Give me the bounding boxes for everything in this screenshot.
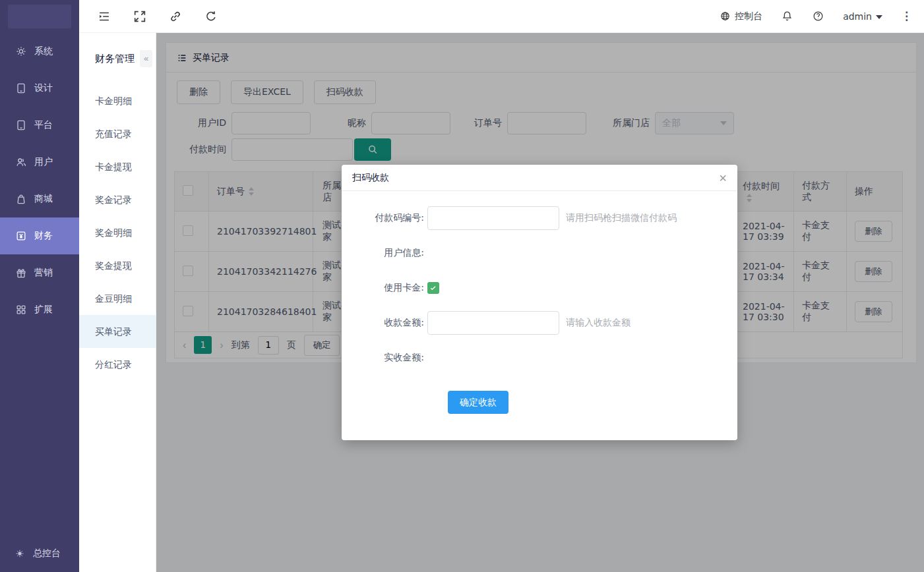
sidebar-item-master-console[interactable]: 总控台 (0, 535, 79, 572)
amount-row: 收款金额: 请输入收款金额 (362, 311, 737, 335)
help-icon[interactable] (812, 10, 824, 22)
user-info-label: 用户信息: (362, 247, 424, 259)
fullscreen-icon[interactable] (133, 9, 147, 24)
sidebar-item-label: 营销 (34, 267, 53, 279)
users-icon (15, 156, 28, 169)
submenu-item-bonus-detail[interactable]: 奖金明细 (79, 216, 156, 249)
payment-code-row: 付款码编号: 请用扫码枪扫描微信付款码 (362, 206, 737, 230)
mall-icon (15, 192, 28, 206)
notifications-bell-icon[interactable] (781, 10, 793, 22)
payment-code-label: 付款码编号: (362, 212, 424, 224)
modal-title: 扫码收款 (352, 172, 389, 184)
app-root: 系统 设计 平台 用户 (0, 0, 924, 572)
payment-code-input[interactable] (427, 206, 559, 230)
actual-amount-label: 实收金额: (362, 352, 424, 364)
finance-icon (15, 229, 28, 243)
user-menu[interactable]: admin (843, 11, 882, 22)
use-card-checkbox[interactable] (427, 282, 439, 294)
platform-icon (15, 119, 28, 132)
user-info-row: 用户信息: (362, 241, 737, 265)
gear-icon (15, 548, 25, 559)
topbar-left (79, 9, 218, 24)
design-icon (15, 82, 28, 95)
submenu-item-bean-detail[interactable]: 金豆明细 (79, 282, 156, 315)
use-card-row: 使用卡金: (362, 276, 737, 300)
extend-icon (15, 303, 28, 316)
sidebar-item-label: 用户 (34, 156, 53, 168)
submenu-title: 财务管理 (95, 53, 135, 65)
amount-hint: 请输入收款金额 (566, 317, 631, 329)
sidebar-item-finance[interactable]: 财务 (0, 217, 79, 254)
refresh-icon[interactable] (204, 9, 218, 24)
more-vertical-icon[interactable]: ⋮ (901, 9, 912, 23)
username: admin (843, 11, 872, 22)
submenu-item-bonus-records[interactable]: 奖金记录 (79, 183, 156, 216)
sidebar-item-marketing[interactable]: 营销 (0, 254, 79, 291)
sidebar-item-label: 设计 (34, 82, 53, 94)
topbar: 控制台 admin ⋮ (79, 0, 924, 33)
close-icon[interactable]: × (719, 171, 727, 185)
collapse-menu-icon[interactable] (97, 9, 111, 24)
scan-pay-modal: 扫码收款 × 付款码编号: 请用扫码枪扫描微信付款码 用户信息: 使用卡金: 收… (342, 165, 737, 440)
modal-header: 扫码收款 × (342, 165, 737, 191)
submenu-header: 财务管理 « (79, 33, 156, 84)
submenu-item-card-detail[interactable]: 卡金明细 (79, 84, 156, 117)
sidebar-item-label: 商城 (34, 193, 53, 205)
sidebar-item-design[interactable]: 设计 (0, 70, 79, 107)
amount-input[interactable] (427, 311, 559, 335)
topbar-right: 控制台 admin ⋮ (720, 9, 924, 23)
sidebar-item-label: 系统 (34, 45, 53, 57)
sidebar-item-label: 平台 (34, 119, 53, 131)
sidebar-footer-label: 总控台 (33, 548, 61, 559)
marketing-icon (15, 266, 28, 279)
primary-nav: 系统 设计 平台 用户 (0, 33, 79, 328)
payment-code-hint: 请用扫码枪扫描微信付款码 (566, 212, 677, 224)
logo (8, 5, 71, 28)
submenu-item-dividend-records[interactable]: 分红记录 (79, 348, 156, 381)
actual-amount-row: 实收金额: (362, 346, 737, 370)
secondary-sidebar: 财务管理 « 卡金明细 充值记录 卡金提现 奖金记录 奖金明细 奖金提现 金豆明… (79, 33, 156, 572)
modal-body: 付款码编号: 请用扫码枪扫描微信付款码 用户信息: 使用卡金: 收款金额: 请输… (342, 191, 737, 414)
sidebar-item-mall[interactable]: 商城 (0, 181, 79, 217)
sidebar-item-system[interactable]: 系统 (0, 33, 79, 70)
confirm-payment-button[interactable]: 确定收款 (448, 391, 508, 414)
sidebar-item-extend[interactable]: 扩展 (0, 291, 79, 328)
submenu-list: 卡金明细 充值记录 卡金提现 奖金记录 奖金明细 奖金提现 金豆明细 买单记录 … (79, 84, 156, 381)
amount-label: 收款金额: (362, 317, 424, 329)
sidebar-item-users[interactable]: 用户 (0, 144, 79, 181)
submenu-item-bonus-withdraw[interactable]: 奖金提现 (79, 249, 156, 282)
collapse-submenu-button[interactable]: « (140, 50, 152, 67)
sidebar-item-platform[interactable]: 平台 (0, 107, 79, 144)
console-button[interactable]: 控制台 (720, 11, 762, 22)
primary-sidebar: 系统 设计 平台 用户 (0, 0, 79, 572)
submenu-item-card-withdraw[interactable]: 卡金提现 (79, 150, 156, 183)
sidebar-item-label: 扩展 (34, 304, 53, 316)
submenu-item-buy-records[interactable]: 买单记录 (79, 315, 156, 348)
sidebar-item-label: 财务 (34, 230, 53, 242)
use-card-label: 使用卡金: (362, 282, 424, 294)
gear-icon (15, 45, 28, 58)
link-icon[interactable] (168, 9, 183, 24)
globe-icon (720, 11, 731, 22)
chevron-down-icon (876, 15, 882, 19)
submenu-item-recharge-records[interactable]: 充值记录 (79, 117, 156, 150)
console-label: 控制台 (735, 11, 762, 22)
